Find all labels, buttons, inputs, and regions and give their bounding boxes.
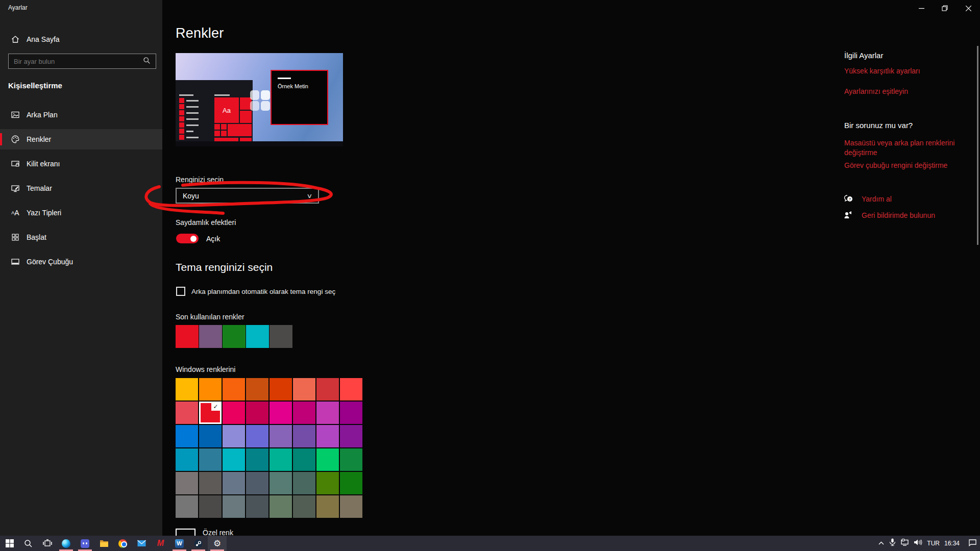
taskbar-medal-icon[interactable]: M <box>151 536 170 551</box>
close-button[interactable] <box>957 0 980 16</box>
color-swatch[interactable] <box>223 425 245 447</box>
color-swatch[interactable] <box>270 325 292 348</box>
color-swatch[interactable] <box>270 448 292 471</box>
color-swatch[interactable] <box>199 325 222 348</box>
sidebar-item-start[interactable]: Başlat <box>0 227 162 247</box>
microphone-icon[interactable] <box>889 538 896 548</box>
color-swatch[interactable] <box>246 495 268 518</box>
taskbar-search-button[interactable] <box>19 536 38 551</box>
color-swatch[interactable] <box>176 325 199 348</box>
taskbar-word-icon[interactable]: W <box>170 536 189 551</box>
sidebar-item-home[interactable]: Ana Sayfa <box>0 29 162 49</box>
themes-icon <box>10 183 20 193</box>
auto-color-checkbox-row[interactable]: Arka planımdan otomatik olarak tema reng… <box>176 287 335 296</box>
sidebar-item-fonts[interactable]: AA Yazı Tipleri <box>0 203 162 223</box>
color-swatch[interactable] <box>176 402 198 424</box>
color-swatch[interactable] <box>316 448 339 471</box>
tray-clock[interactable]: 16:34 <box>944 540 960 547</box>
color-swatch[interactable] <box>340 425 362 447</box>
settings-search-box[interactable] <box>8 54 156 69</box>
color-swatch[interactable] <box>223 448 245 471</box>
color-swatch[interactable] <box>293 378 315 400</box>
taskbar-chrome-icon[interactable] <box>113 536 132 551</box>
sidebar-item-themes[interactable]: Temalar <box>0 178 162 198</box>
network-icon[interactable] <box>900 539 909 548</box>
taskbar-steam-icon[interactable] <box>189 536 208 551</box>
color-swatch[interactable] <box>223 402 245 424</box>
taskbar-settings-icon[interactable]: ⚙ <box>208 536 227 551</box>
color-swatch[interactable] <box>270 378 292 400</box>
tray-language[interactable]: TUR <box>927 540 940 547</box>
minimize-button[interactable] <box>910 0 933 16</box>
volume-icon[interactable] <box>914 539 922 548</box>
start-button[interactable] <box>0 536 19 551</box>
scrollbar[interactable] <box>977 46 978 245</box>
color-swatch[interactable] <box>340 378 362 400</box>
color-swatch[interactable] <box>270 402 292 424</box>
color-swatch[interactable] <box>270 472 292 494</box>
color-swatch[interactable] <box>293 448 315 471</box>
color-swatch[interactable] <box>270 425 292 447</box>
color-swatch[interactable] <box>246 472 268 494</box>
color-swatch[interactable] <box>223 325 246 348</box>
color-swatch[interactable] <box>246 402 268 424</box>
color-swatch[interactable] <box>223 378 245 400</box>
color-swatch[interactable] <box>340 472 362 494</box>
color-swatch[interactable] <box>316 402 339 424</box>
color-swatch[interactable] <box>176 425 198 447</box>
color-swatch[interactable] <box>223 495 245 518</box>
color-swatch[interactable] <box>316 425 339 447</box>
color-swatch[interactable] <box>176 495 198 518</box>
action-center-icon[interactable] <box>968 539 977 548</box>
transparency-toggle[interactable] <box>176 234 199 243</box>
color-swatch[interactable] <box>293 472 315 494</box>
taskbar-edge-icon[interactable] <box>57 536 76 551</box>
color-swatch[interactable] <box>340 495 362 518</box>
color-swatch[interactable] <box>199 425 222 447</box>
color-swatch[interactable] <box>246 425 268 447</box>
link-desktop-colors[interactable]: Masaüstü veya arka plan renklerini değiş… <box>844 138 967 158</box>
color-swatch[interactable] <box>223 472 245 494</box>
get-help-row[interactable]: ? Yardım al <box>843 194 892 204</box>
color-swatch[interactable] <box>270 495 292 518</box>
link-sync-settings[interactable]: Ayarlarınızı eşitleyin <box>844 87 972 96</box>
color-swatch[interactable] <box>293 402 315 424</box>
color-swatch[interactable] <box>246 378 268 400</box>
sidebar-item-lockscreen[interactable]: Kilit ekranı <box>0 154 162 174</box>
sidebar-item-taskbar[interactable]: Görev Çubuğu <box>0 252 162 272</box>
search-icon[interactable] <box>143 57 151 66</box>
tray-chevron-up-icon[interactable] <box>878 539 885 548</box>
sidebar-item-colors[interactable]: Renkler <box>0 129 162 149</box>
auto-color-checkbox[interactable] <box>176 287 185 296</box>
color-swatch[interactable] <box>293 425 315 447</box>
color-swatch[interactable] <box>199 495 222 518</box>
taskbar-discord-icon[interactable] <box>76 536 94 551</box>
color-swatch[interactable] <box>316 378 339 400</box>
color-swatch[interactable] <box>340 402 362 424</box>
link-high-contrast[interactable]: Yüksek karşıtlık ayarları <box>844 66 972 76</box>
color-swatch[interactable] <box>176 448 198 471</box>
custom-color-row[interactable]: Özel renk <box>176 528 308 536</box>
restore-button[interactable] <box>933 0 957 16</box>
color-swatch[interactable] <box>176 378 198 400</box>
feedback-row[interactable]: Geri bildirimde bulunun <box>843 210 935 220</box>
sidebar-item-background[interactable]: Arka Plan <box>0 105 162 125</box>
link-taskbar-color[interactable]: Görev çubuğu rengini değiştirme <box>844 161 972 170</box>
color-swatch[interactable] <box>176 472 198 494</box>
color-swatch[interactable] <box>316 495 339 518</box>
color-swatch[interactable] <box>199 472 222 494</box>
task-view-button[interactable] <box>38 536 57 551</box>
taskbar-explorer-icon[interactable] <box>94 536 113 551</box>
color-swatch[interactable] <box>246 325 269 348</box>
color-swatch[interactable] <box>316 472 339 494</box>
search-input[interactable] <box>9 58 143 65</box>
color-swatch[interactable] <box>199 402 222 424</box>
color-swatch[interactable] <box>246 448 268 471</box>
custom-color-box[interactable] <box>176 529 195 536</box>
color-swatch[interactable] <box>340 448 362 471</box>
color-mode-dropdown[interactable]: Koyu ∨ <box>176 188 319 204</box>
color-swatch[interactable] <box>199 448 222 471</box>
color-swatch[interactable] <box>293 495 315 518</box>
taskbar-mail-icon[interactable] <box>132 536 151 551</box>
color-swatch[interactable] <box>199 378 222 400</box>
